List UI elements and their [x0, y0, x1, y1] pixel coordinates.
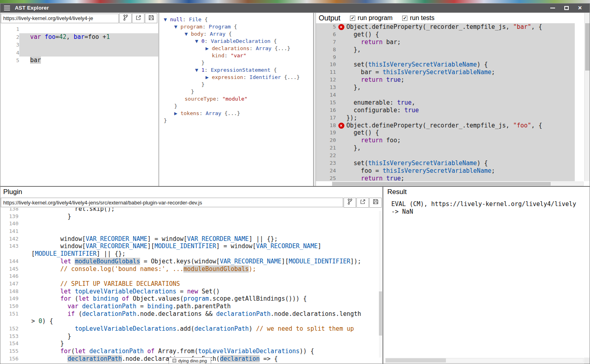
code-line[interactable]: 154 } — [0, 340, 382, 348]
code-line[interactable]: 12 return true; — [316, 76, 575, 84]
code-line[interactable]: 8 }, — [316, 46, 575, 54]
code-line[interactable]: 22 — [316, 152, 575, 160]
ast-node-line[interactable]: ▶ declarations: Array {...} — [161, 45, 313, 52]
code-line[interactable]: 3 — [0, 41, 158, 49]
ast-node-line[interactable]: } — [161, 103, 313, 110]
plugin-vertical-scrollbar[interactable] — [379, 211, 382, 358]
ast-node-line[interactable]: ▼ 0: VariableDeclaration { — [161, 38, 313, 45]
ast-node-line[interactable]: } — [161, 117, 313, 124]
tree-toggle-icon[interactable]: ▼ — [195, 38, 201, 44]
code-line[interactable]: 148 let topLevelVariableDeclarations = n… — [0, 288, 382, 295]
code-line[interactable]: 10 set(thisIsVererySecretVariableName) { — [316, 61, 575, 69]
code-line[interactable]: 144 let moduleBoundGlobals = Object.keys… — [0, 258, 382, 265]
code-line[interactable]: 16 configurable: true — [316, 107, 575, 114]
open-external-button[interactable] — [356, 198, 369, 208]
tree-toggle-icon[interactable]: ▶ — [205, 45, 212, 51]
tree-toggle-icon[interactable]: ▶ — [205, 74, 212, 80]
code-line[interactable]: 140 — [0, 220, 382, 228]
code-line[interactable]: 21 }, — [316, 144, 575, 152]
ast-node-line[interactable]: ▼ body: Array { — [161, 30, 313, 38]
tree-toggle-icon[interactable]: ▼ — [164, 16, 170, 22]
code-line[interactable]: 5×Object.defineProperty(_recorder_.tempf… — [316, 23, 575, 31]
scrollbar-thumb[interactable] — [379, 291, 382, 336]
tree-toggle-icon[interactable]: ▶ — [174, 110, 181, 116]
tree-toggle-icon[interactable]: ▼ — [185, 31, 191, 37]
code-line[interactable]: 13 }, — [316, 84, 575, 91]
plugin-url-input[interactable] — [1, 198, 343, 207]
code-line[interactable]: 9 — [316, 54, 575, 61]
code-line[interactable]: 4 — [0, 49, 158, 57]
code-line[interactable]: 155 for(let declarationPath of Array.fro… — [0, 348, 382, 355]
code-line[interactable]: 139 } — [0, 213, 382, 220]
source-editor[interactable]: 12var foo=42, bar=foo +1345bar — [0, 24, 158, 186]
code-line[interactable]: 146 — [0, 273, 382, 280]
code-line[interactable]: 1 — [0, 25, 158, 33]
checkbox-icon[interactable]: ✓ — [350, 16, 355, 21]
branch-button[interactable] — [119, 13, 132, 23]
code-line[interactable]: 20 return foo; — [316, 137, 575, 144]
ast-node-line[interactable]: kind: "var" — [161, 52, 313, 59]
ast-node-line[interactable]: ▼ null: File { — [161, 16, 313, 23]
menu-icon[interactable] — [4, 6, 10, 10]
code-line[interactable]: 7 return bar; — [316, 38, 575, 46]
output-horizontal-scrollbar[interactable] — [332, 182, 584, 186]
output-vertical-scrollbar[interactable] — [584, 13, 590, 181]
code-line[interactable]: 142 window[VAR_RECORDER_NAME] = window[V… — [0, 235, 382, 243]
code-line[interactable]: 23 set(thisIsVererySecretVariableName) { — [316, 160, 575, 167]
checkbox-run-tests[interactable]: ✓ run tests — [402, 14, 434, 22]
ast-node-line[interactable]: } — [161, 59, 313, 67]
error-icon[interactable]: × — [338, 24, 344, 30]
code-line[interactable]: 25 return true; — [316, 175, 575, 181]
code-line[interactable]: 138 ret.skip(); — [0, 208, 382, 213]
code-line[interactable]: 2var foo=42, bar=foo +1 — [0, 33, 158, 41]
code-line[interactable]: 14 — [316, 91, 575, 99]
code-line[interactable]: 11 bar = thisIsVererySecretVariableName; — [316, 69, 575, 76]
code-line[interactable]: 17}); — [316, 114, 575, 122]
ast-node-line[interactable]: ▼ program: Program { — [161, 23, 313, 30]
ast-node-line[interactable]: ▶ tokens: Array {...} — [161, 110, 313, 117]
code-line[interactable]: [MODULE_IDENTIFIER] || {}; — [0, 250, 382, 258]
code-line[interactable]: 15 enumerable: true, — [316, 99, 575, 107]
taskbar-item[interactable]: dying dino.png — [169, 357, 211, 364]
ast-node-line[interactable]: } — [161, 88, 313, 95]
checkbox-icon[interactable]: ✓ — [402, 16, 407, 21]
scrollbar-thumb[interactable] — [585, 23, 590, 71]
code-line[interactable]: > 0) { — [0, 317, 382, 325]
code-line[interactable]: 19 get() { — [316, 129, 575, 137]
output-editor[interactable]: 5×Object.defineProperty(_recorder_.tempf… — [316, 23, 575, 181]
error-icon[interactable]: × — [338, 123, 344, 129]
scrollbar-thumb[interactable] — [332, 182, 551, 186]
save-button[interactable] — [369, 198, 382, 208]
save-button[interactable] — [145, 13, 157, 23]
code-line[interactable]: 147 // SPLIT UP VARIABLE DECLARATIONS — [0, 280, 382, 288]
ast-node-line[interactable]: } — [161, 81, 313, 88]
branch-button[interactable] — [344, 198, 356, 208]
source-url-input[interactable] — [1, 14, 119, 23]
ast-node-line[interactable]: sourceType: "module" — [161, 95, 313, 103]
code-line[interactable]: 5bar — [0, 57, 158, 65]
code-line[interactable]: 141 — [0, 228, 382, 235]
scrollbar-thumb[interactable] — [386, 358, 446, 362]
code-line[interactable]: 151 if (declarationPath.node.declaration… — [0, 310, 382, 318]
code-line[interactable]: 6 get() { — [316, 31, 575, 38]
ast-node-line[interactable]: ▼ 1: ExpressionStatement { — [161, 67, 313, 74]
tree-toggle-icon[interactable]: ▼ — [174, 24, 181, 30]
code-line[interactable]: 18×Object.defineProperty(_recorder_.temp… — [316, 122, 575, 129]
code-line[interactable]: 153 } — [0, 333, 382, 340]
checkbox-run-program[interactable]: ✓ run program — [350, 14, 393, 22]
code-line[interactable]: 143 window[VAR_RECORDER_NAME][MODULE_IDE… — [0, 243, 382, 250]
close-button[interactable]: × — [576, 4, 584, 12]
maximize-button[interactable] — [563, 4, 570, 12]
code-line[interactable]: 145 // console.log('bound names:', ...mo… — [0, 265, 382, 273]
code-line[interactable]: 150 var declarationPath = binding.path.p… — [0, 303, 382, 310]
result-horizontal-scrollbar[interactable] — [385, 358, 584, 363]
code-line[interactable]: 149 for (let binding of Object.values(pr… — [0, 295, 382, 303]
minimize-button[interactable] — [549, 4, 556, 12]
ast-node-line[interactable]: ▶ expression: Identifier {...} — [161, 74, 313, 81]
ast-tree-panel[interactable]: ▼ null: File {▼ program: Program {▼ body… — [161, 13, 314, 186]
tree-toggle-icon[interactable]: ▼ — [195, 67, 201, 73]
open-external-button[interactable] — [132, 13, 144, 23]
code-line[interactable]: 152 topLevelVariableDeclarations.add(dec… — [0, 325, 382, 333]
plugin-editor[interactable]: 138 ret.skip();139 }140141142 window[VAR… — [0, 208, 382, 364]
code-line[interactable]: 24 foo = thisIsVererySecretVariableName; — [316, 167, 575, 175]
